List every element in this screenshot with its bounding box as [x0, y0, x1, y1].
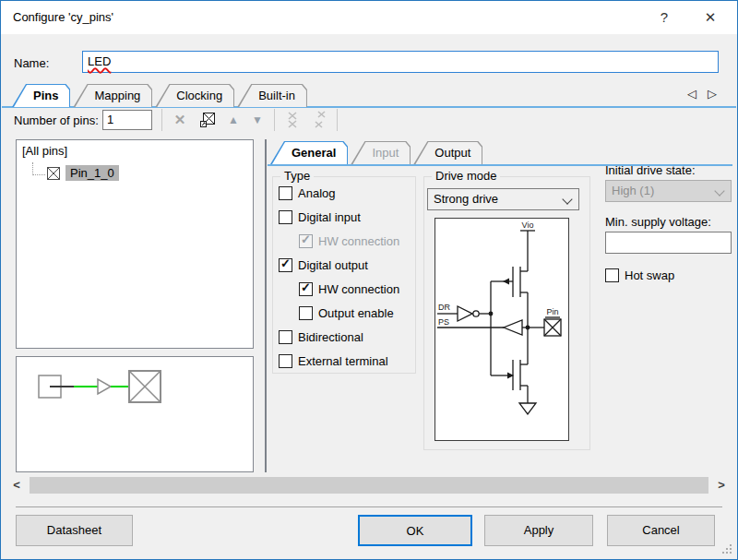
tab-scroll-right-icon[interactable]: ▷ [708, 87, 717, 101]
delete-pin-icon[interactable]: ✕ [169, 109, 191, 131]
tab-mapping[interactable]: Mapping [73, 84, 152, 107]
number-of-pins-label: Number of pins: [14, 113, 99, 127]
checkbox-digital-output[interactable]: Digital output [279, 258, 368, 272]
tab-input[interactable]: Input [351, 141, 411, 164]
inner-tabstrip-underline [268, 164, 732, 166]
panel-splitter[interactable] [265, 139, 267, 472]
group-pins-icon[interactable] [281, 109, 304, 131]
cancel-button[interactable]: Cancel [607, 515, 715, 546]
tab-scroll-left-icon[interactable]: ◁ [687, 87, 696, 101]
scroll-right-icon[interactable]: > [711, 475, 732, 495]
add-pin-icon[interactable] [196, 109, 219, 131]
initial-drive-state-select[interactable]: High (1) [605, 180, 732, 202]
pin-terminal-icon [47, 167, 60, 180]
window-title: Configure 'cy_pins' [13, 1, 113, 34]
name-input[interactable]: LED [82, 51, 719, 73]
number-of-pins-input[interactable]: 1 [102, 110, 152, 130]
min-supply-voltage-input[interactable] [605, 232, 732, 254]
horizontal-scrollbar[interactable]: < > [2, 475, 736, 495]
checkbox-hot-swap[interactable]: Hot swap [605, 268, 674, 282]
ok-button[interactable]: OK [358, 515, 472, 546]
min-supply-voltage-label: Min. supply voltage: [605, 215, 711, 229]
name-label: Name: [14, 56, 49, 70]
tree-item-pin-1-0[interactable]: Pin_1_0 [65, 165, 119, 181]
diagram-pin-label: Pin [546, 307, 558, 316]
name-value: LED [88, 54, 111, 68]
apply-button[interactable]: Apply [484, 515, 593, 546]
chevron-down-icon [562, 194, 572, 204]
ungroup-pins-icon[interactable] [309, 109, 331, 131]
pin-config-tabstrip: General Input Output [270, 141, 485, 164]
scrollbar-thumb[interactable] [30, 477, 708, 494]
drive-mode-title: Drive mode [432, 169, 500, 183]
diagram-vio-label: Vio [522, 220, 534, 230]
tab-output[interactable]: Output [413, 141, 482, 164]
checkbox-analog[interactable]: Analog [279, 186, 335, 200]
tab-clocking[interactable]: Clocking [155, 84, 234, 107]
tree-root-all-pins[interactable]: [All pins] [22, 144, 67, 158]
configure-pins-dialog: Configure 'cy_pins' ? ✕ Name: LED Pins M… [0, 0, 738, 560]
resize-grip[interactable] [730, 552, 732, 554]
checkbox-hw-connection-output[interactable]: HW connection [299, 282, 399, 296]
move-up-icon[interactable]: ▲ [222, 109, 244, 131]
main-tabstrip: Pins Mapping Clocking Built-in [12, 84, 310, 107]
type-group: Type Analog Digital input HW connection … [272, 176, 416, 374]
datasheet-button[interactable]: Datasheet [16, 515, 133, 546]
type-group-title: Type [280, 169, 314, 183]
pin-preview-drawing [17, 357, 253, 471]
move-down-icon[interactable]: ▼ [246, 109, 268, 131]
tree-branch-line [32, 162, 45, 175]
checkbox-external-terminal[interactable]: External terminal [279, 354, 388, 368]
footer-separator [16, 506, 722, 507]
close-icon[interactable]: ✕ [695, 1, 726, 34]
tab-general[interactable]: General [270, 141, 348, 164]
checkbox-output-enable[interactable]: Output enable [299, 306, 394, 320]
checkbox-digital-input[interactable]: Digital input [279, 210, 361, 224]
tab-pins[interactable]: Pins [12, 84, 70, 107]
help-icon[interactable]: ? [649, 1, 680, 34]
scroll-left-icon[interactable]: < [6, 475, 27, 495]
diagram-dr-label: DR [438, 303, 450, 312]
checkbox-bidirectional[interactable]: Bidirectional [279, 330, 363, 344]
checkbox-hw-connection-input[interactable]: HW connection [299, 234, 399, 248]
title-bar: Configure 'cy_pins' ? ✕ [1, 1, 737, 34]
tab-built-in[interactable]: Built-in [237, 84, 307, 107]
diagram-ps-label: PS [438, 317, 449, 327]
pin-tree-panel: [All pins] Pin_1_0 [16, 139, 254, 349]
chevron-down-icon [714, 185, 724, 196]
drive-mode-diagram: Vio DR PS Pin [434, 218, 569, 441]
pin-preview-panel [16, 356, 254, 472]
drive-mode-select[interactable]: Strong drive [427, 188, 579, 210]
